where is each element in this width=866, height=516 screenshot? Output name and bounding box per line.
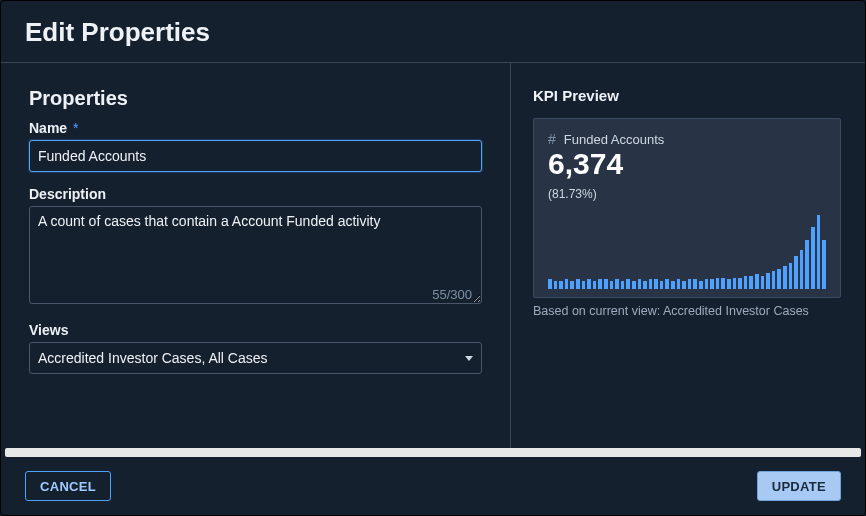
spark-bar (559, 281, 563, 289)
spark-bar (800, 250, 804, 289)
kpi-value: 6,374 (548, 149, 826, 179)
spark-bar (598, 279, 602, 289)
views-label: Views (29, 322, 482, 338)
spark-bar (794, 256, 798, 289)
kpi-sparkline-chart (548, 215, 826, 289)
kpi-preview-panel: KPI Preview # Funded Accounts 6,374 (81.… (511, 63, 865, 448)
spark-bar (548, 279, 552, 289)
spark-bar (626, 279, 630, 289)
spark-bar (721, 278, 725, 290)
horizontal-scrollbar[interactable] (5, 448, 861, 457)
spark-bar (811, 227, 815, 289)
views-select[interactable]: Accredited Investor Cases, All Cases (29, 342, 482, 374)
spark-bar (699, 281, 703, 289)
spark-bar (671, 281, 675, 289)
kpi-preview-title: KPI Preview (533, 87, 841, 104)
properties-panel: Properties Name * Description 55/300 Vie… (1, 63, 511, 448)
views-field-group: Views Accredited Investor Cases, All Cas… (29, 322, 482, 374)
spark-bar (660, 281, 664, 289)
kpi-caption: Based on current view: Accredited Invest… (533, 304, 841, 318)
name-label: Name * (29, 120, 482, 136)
spark-bar (772, 271, 776, 289)
spark-bar (783, 266, 787, 289)
kpi-name: Funded Accounts (564, 132, 664, 147)
spark-bar (632, 281, 636, 289)
spark-bar (570, 281, 574, 289)
spark-bar (593, 281, 597, 289)
modal-header: Edit Properties (1, 1, 865, 63)
spark-bar (677, 279, 681, 289)
spark-bar (744, 276, 748, 289)
description-wrap: 55/300 (29, 206, 482, 308)
description-field-group: Description 55/300 (29, 186, 482, 308)
views-select-value: Accredited Investor Cases, All Cases (38, 350, 268, 366)
kpi-name-row: # Funded Accounts (548, 131, 826, 147)
spark-bar (654, 279, 658, 289)
spark-bar (705, 279, 709, 289)
spark-bar (822, 240, 826, 289)
spark-bar (665, 279, 669, 289)
spark-bar (755, 274, 759, 289)
spark-bar (727, 279, 731, 289)
spark-bar (710, 279, 714, 289)
spark-bar (716, 278, 720, 290)
name-input[interactable] (29, 140, 482, 172)
name-label-text: Name (29, 120, 67, 136)
spark-bar (587, 279, 591, 289)
description-label: Description (29, 186, 482, 202)
spark-bar (693, 279, 697, 289)
spark-bar (610, 281, 614, 289)
modal-title: Edit Properties (25, 17, 841, 48)
spark-bar (789, 263, 793, 289)
required-asterisk: * (73, 120, 78, 136)
spark-bar (738, 278, 742, 290)
spark-bar (554, 281, 558, 289)
spark-bar (649, 279, 653, 289)
description-textarea[interactable] (29, 206, 482, 304)
spark-bar (576, 279, 580, 289)
spark-bar (777, 269, 781, 289)
spark-bar (621, 281, 625, 289)
spark-bar (638, 279, 642, 289)
name-field-group: Name * (29, 120, 482, 172)
kpi-card: # Funded Accounts 6,374 (81.73%) (533, 118, 841, 298)
spark-bar (565, 279, 569, 289)
spark-bar (643, 281, 647, 289)
spark-bar (682, 281, 686, 289)
spark-bar (733, 278, 737, 290)
chevron-down-icon (465, 356, 473, 361)
cancel-button[interactable]: CANCEL (25, 471, 111, 501)
spark-bar (805, 240, 809, 289)
hash-icon: # (548, 131, 556, 147)
modal-body: Properties Name * Description 55/300 Vie… (1, 63, 865, 448)
spark-bar (766, 273, 770, 289)
spark-bar (582, 281, 586, 289)
spark-bar (604, 279, 608, 289)
modal-footer: CANCEL UPDATE (1, 457, 865, 515)
update-button[interactable]: UPDATE (757, 471, 841, 501)
spark-bar (688, 279, 692, 289)
spark-bar (817, 215, 821, 289)
edit-properties-modal: Edit Properties Properties Name * Descri… (0, 0, 866, 516)
spark-bar (615, 279, 619, 289)
spark-bar (761, 276, 765, 289)
kpi-percentage: (81.73%) (548, 187, 826, 201)
properties-section-title: Properties (29, 87, 482, 110)
spark-bar (749, 276, 753, 289)
